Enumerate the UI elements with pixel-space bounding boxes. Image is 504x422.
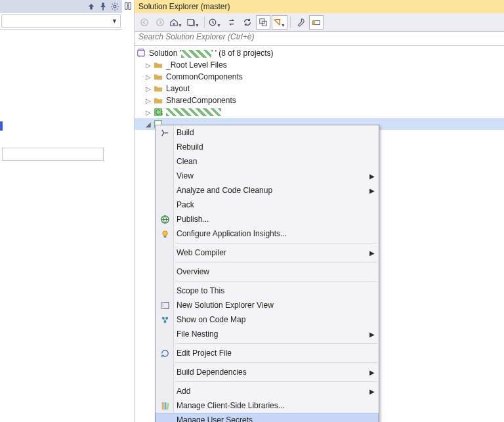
- svg-rect-8: [313, 20, 316, 24]
- menu-item-label: Pack: [177, 200, 194, 209]
- project-node[interactable]: ▷ _Root Level Files: [135, 59, 504, 71]
- svg-point-0: [114, 5, 116, 8]
- sync-button[interactable]: [224, 15, 239, 30]
- menu-item-view[interactable]: View▶: [156, 169, 379, 183]
- menu-item-add[interactable]: Add▶: [156, 384, 379, 398]
- submenu-arrow-icon: ▶: [369, 249, 375, 257]
- forward-button[interactable]: [153, 15, 167, 30]
- svg-text:C#: C#: [156, 108, 163, 116]
- project-node[interactable]: ▷ Layout: [135, 83, 504, 95]
- menu-item-label: Rebuild: [177, 142, 203, 152]
- svg-rect-19: [163, 236, 166, 238]
- lib-icon: [159, 400, 171, 411]
- menu-item-web-compiler[interactable]: Web Compiler▶: [156, 245, 379, 260]
- solution-explorer-toolbar: [135, 13, 504, 32]
- show-all-files-button[interactable]: [272, 15, 287, 30]
- svg-rect-3: [188, 19, 194, 25]
- solution-node[interactable]: Solution '' ' (8 of 8 projects): [135, 47, 504, 59]
- menu-item-analyze-and-code-cleanup[interactable]: Analyze and Code Cleanup▶: [156, 183, 379, 198]
- project-label: _Root Level Files: [166, 60, 227, 70]
- expander-icon[interactable]: ▷: [144, 109, 153, 116]
- pending-changes-button[interactable]: [207, 15, 223, 30]
- submenu-arrow-icon: ▶: [369, 187, 375, 194]
- menu-item-manage-client-side-libraries[interactable]: Manage Client-Side Libraries...: [156, 398, 379, 413]
- solution-name-redacted: [181, 50, 211, 58]
- menu-item-overview[interactable]: Overview: [156, 264, 379, 279]
- panel-icon: [159, 299, 171, 311]
- collapse-all-button[interactable]: [256, 15, 270, 30]
- project-label: SharedComponents: [166, 96, 236, 105]
- menu-item-rebuild[interactable]: Rebuild: [156, 140, 379, 154]
- menu-item-scope-to-this[interactable]: Scope to This: [156, 284, 379, 298]
- svg-rect-25: [161, 402, 163, 409]
- search-box[interactable]: [135, 32, 504, 46]
- submenu-arrow-icon: ▶: [369, 388, 375, 395]
- menu-item-label: Scope to This: [177, 286, 224, 295]
- menu-item-show-on-code-map[interactable]: Show on Code Map: [156, 312, 379, 327]
- menu-item-build-dependencies[interactable]: Build Dependencies▶: [156, 365, 379, 379]
- expander-icon[interactable]: ◢: [144, 121, 153, 128]
- editor-pane: ▼: [0, 0, 122, 422]
- menu-item-new-solution-explorer-view[interactable]: New Solution Explorer View: [156, 298, 379, 312]
- gear-icon[interactable]: [110, 2, 119, 11]
- expander-icon[interactable]: ▷: [144, 97, 153, 104]
- chevron-down-icon: ▼: [112, 18, 117, 24]
- project-node[interactable]: ▷ CommonComponents: [135, 71, 504, 83]
- expander-icon[interactable]: ▷: [144, 85, 153, 93]
- home-button[interactable]: [169, 15, 184, 30]
- document-well: [0, 29, 122, 422]
- menu-separator: [175, 381, 377, 382]
- menu-item-pack[interactable]: Pack: [156, 198, 379, 212]
- preview-button[interactable]: [309, 15, 324, 30]
- navigation-dropdown[interactable]: ▼: [1, 14, 121, 28]
- menu-item-edit-project-file[interactable]: Edit Project File: [156, 346, 379, 360]
- svg-rect-26: [164, 402, 166, 409]
- svg-rect-27: [166, 402, 169, 410]
- menu-item-label: Web Compiler: [177, 248, 226, 257]
- project-node[interactable]: ▷ SharedComponents: [135, 95, 504, 106]
- panel-title: Solution Explorer (master): [135, 0, 504, 13]
- collapse-icon[interactable]: [87, 2, 96, 11]
- menu-item-clean[interactable]: Clean: [156, 154, 379, 169]
- folder-icon: [153, 83, 163, 94]
- marker-line: [0, 121, 3, 131]
- properties-button[interactable]: [293, 15, 308, 30]
- menu-item-label: Show on Code Map: [177, 315, 245, 324]
- menu-separator: [175, 262, 377, 263]
- menu-separator: [175, 243, 377, 243]
- menu-item-label: Manage User Secrets: [177, 415, 253, 422]
- submenu-arrow-icon: ▶: [369, 369, 375, 376]
- menu-separator: [175, 281, 377, 282]
- menu-item-publish[interactable]: Publish...: [156, 212, 379, 226]
- project-label: CommonComponents: [166, 72, 243, 81]
- menu-separator: [175, 362, 377, 363]
- pin-icon[interactable]: [98, 2, 108, 11]
- menu-item-label: Add: [177, 387, 190, 396]
- expander-icon[interactable]: ▷: [144, 74, 153, 81]
- expander-icon[interactable]: ▷: [144, 62, 153, 69]
- menu-item-configure-application-insights[interactable]: Configure Application Insights...: [156, 226, 379, 241]
- menu-item-build[interactable]: Build: [156, 125, 379, 140]
- switch-view-button[interactable]: [186, 15, 201, 30]
- search-input[interactable]: [138, 32, 500, 41]
- menu-item-label: File Nesting: [177, 329, 218, 339]
- solution-icon: [136, 48, 146, 58]
- back-button[interactable]: [137, 15, 152, 30]
- bulb-icon: [159, 228, 171, 240]
- refresh-button[interactable]: [240, 15, 255, 30]
- menu-item-file-nesting[interactable]: File Nesting▶: [156, 327, 379, 341]
- edit-icon: [159, 347, 171, 359]
- menu-item-manage-user-secrets[interactable]: Manage User Secrets: [156, 413, 379, 422]
- folder-icon: [153, 60, 163, 70]
- left-tool-strip: [0, 0, 122, 13]
- menu-item-label: Publish...: [177, 215, 209, 224]
- menu-item-label: Overview: [177, 267, 209, 276]
- solution-label: Solution '' ' (8 of 8 projects): [149, 49, 274, 58]
- menu-item-label: Analyze and Code Cleanup: [177, 186, 272, 195]
- project-node-redacted[interactable]: ▷ C#: [135, 106, 504, 118]
- menu-item-label: Build Dependencies: [177, 368, 247, 377]
- svg-point-18: [162, 230, 167, 236]
- splitter[interactable]: [122, 0, 134, 422]
- context-menu: BuildRebuildCleanView▶Analyze and Code C…: [155, 125, 379, 422]
- toolbar-separator: [290, 16, 291, 28]
